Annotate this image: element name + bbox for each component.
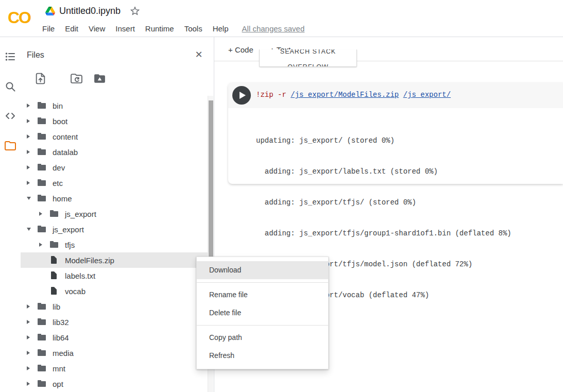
menu-tools[interactable]: Tools [179, 24, 208, 33]
menu-file[interactable]: File [37, 24, 60, 33]
file-icon [49, 271, 59, 280]
chevron-right-icon[interactable] [27, 349, 37, 357]
chevron-right-icon[interactable] [27, 132, 37, 141]
tree-item-folder[interactable]: js_export [21, 206, 208, 221]
tree-item-file[interactable]: vocab [21, 283, 208, 299]
save-status-link[interactable]: All changes saved [242, 24, 305, 33]
chevron-right-icon[interactable] [27, 333, 37, 342]
mount-drive-icon[interactable] [93, 72, 108, 87]
run-cell-button[interactable] [232, 86, 251, 105]
files-panel: Files ✕ bin boot content da [21, 37, 208, 392]
search-stack-overflow-button[interactable]: SEARCH STACK OVERFLOW [259, 49, 357, 67]
file-context-menu: Download Rename file Delete file Copy pa… [196, 257, 329, 369]
tree-item-folder[interactable]: opt [21, 376, 208, 391]
refresh-folder-icon[interactable] [70, 72, 84, 87]
app-header: CO Untitled0.ipynb File Edit View Insert… [0, 0, 563, 37]
tree-item-folder[interactable]: media [21, 345, 208, 361]
upload-file-icon[interactable] [34, 72, 48, 87]
tree-item-folder[interactable]: lib64 [21, 330, 208, 345]
folder-icon [37, 348, 46, 357]
menu-divider [197, 325, 328, 326]
tree-item-folder[interactable]: js_export [21, 221, 208, 237]
folder-icon [37, 132, 46, 141]
context-menu-refresh[interactable]: Refresh [197, 347, 328, 365]
table-of-contents-icon[interactable] [4, 50, 16, 63]
code-editor[interactable]: !zip -r /js_export/ModelFiles.zip /js_ex… [228, 82, 563, 108]
menu-insert[interactable]: Insert [110, 24, 140, 33]
chevron-down-icon[interactable] [27, 225, 37, 233]
folder-icon [37, 163, 46, 172]
output-line: adding: js_export/tfjs/group1-shard1of1.… [256, 228, 563, 238]
chevron-right-icon[interactable] [27, 179, 37, 187]
folder-icon [37, 364, 46, 373]
folder-icon [37, 178, 46, 188]
menu-edit[interactable]: Edit [60, 24, 83, 33]
code-line[interactable]: !zip -r /js_export/ModelFiles.zip /js_ex… [256, 91, 451, 99]
code-snippets-icon[interactable] [4, 110, 16, 122]
folder-icon [37, 317, 46, 327]
folder-icon [37, 379, 46, 388]
search-icon[interactable] [4, 80, 16, 93]
chevron-right-icon[interactable] [27, 380, 37, 388]
tree-item-folder[interactable]: boot [21, 113, 208, 129]
chevron-right-icon[interactable] [27, 318, 37, 326]
output-line: adding: js_export/labels.txt (stored 0%) [256, 166, 563, 177]
chevron-right-icon[interactable] [27, 163, 37, 172]
menu-help[interactable]: Help [208, 24, 234, 33]
left-rail [0, 37, 21, 392]
tree-item-folder[interactable]: bin [21, 98, 208, 113]
tree-item-folder[interactable]: content [21, 129, 208, 144]
folder-icon [37, 116, 46, 126]
tree-item-folder[interactable]: lib32 [21, 314, 208, 330]
files-icon[interactable] [4, 140, 16, 152]
tree-item-file-selected[interactable]: ModelFiles.zip [21, 252, 208, 268]
tree-item-folder[interactable]: home [21, 191, 208, 206]
tree-item-folder[interactable]: datalab [21, 144, 208, 160]
context-menu-rename-file[interactable]: Rename file [197, 286, 328, 304]
folder-icon [49, 240, 59, 249]
context-menu-download[interactable]: Download [197, 261, 328, 279]
menu-divider [197, 282, 328, 283]
title-row: Untitled0.ipynb [45, 4, 140, 18]
tree-item-file[interactable]: labels.txt [21, 268, 208, 283]
output-line: adding: js_export/tfjs/ (stored 0%) [256, 197, 563, 208]
chevron-right-icon[interactable] [27, 148, 37, 156]
close-icon[interactable]: ✕ [193, 48, 205, 61]
folder-icon [37, 302, 46, 311]
tree-item-folder[interactable]: tfjs [21, 237, 208, 252]
folder-icon [37, 194, 46, 203]
chevron-right-icon[interactable] [27, 117, 37, 125]
notebook-filename[interactable]: Untitled0.ipynb [59, 6, 121, 16]
code-cell: !zip -r /js_export/ModelFiles.zip /js_ex… [228, 82, 563, 184]
tree-item-folder[interactable]: lib [21, 299, 208, 314]
tree-item-folder[interactable]: dev [21, 160, 208, 175]
path-link[interactable]: /js_export/ [403, 91, 451, 99]
menu-view[interactable]: View [83, 24, 110, 33]
files-panel-title: Files [27, 50, 44, 60]
menu-bar: File Edit View Insert Runtime Tools Help… [37, 22, 304, 35]
chevron-right-icon[interactable] [27, 302, 37, 311]
path-link[interactable]: /js_export/ModelFiles.zip [291, 91, 399, 99]
context-menu-copy-path[interactable]: Copy path [197, 329, 328, 347]
add-code-button[interactable]: + Code [228, 43, 253, 56]
menu-runtime[interactable]: Runtime [140, 24, 179, 33]
folder-icon [49, 209, 59, 218]
chevron-right-icon[interactable] [27, 101, 37, 110]
file-tree: bin boot content datalab dev etc home js… [21, 98, 208, 391]
chevron-right-icon[interactable] [27, 364, 37, 372]
folder-icon [37, 101, 46, 110]
tree-item-folder[interactable]: etc [21, 175, 208, 191]
colab-logo[interactable]: CO [4, 3, 34, 32]
files-toolbar [21, 70, 208, 91]
chevron-down-icon[interactable] [27, 194, 37, 202]
google-drive-icon [45, 7, 55, 15]
output-line: updating: js_export/ (stored 0%) [256, 135, 563, 146]
tree-item-folder[interactable]: mnt [21, 361, 208, 376]
folder-icon [37, 225, 46, 234]
chevron-right-icon[interactable] [39, 241, 49, 249]
chevron-right-icon[interactable] [39, 210, 49, 218]
context-menu-delete-file[interactable]: Delete file [197, 304, 328, 322]
file-icon [49, 255, 59, 265]
folder-icon [37, 333, 46, 342]
star-icon[interactable] [130, 6, 140, 16]
